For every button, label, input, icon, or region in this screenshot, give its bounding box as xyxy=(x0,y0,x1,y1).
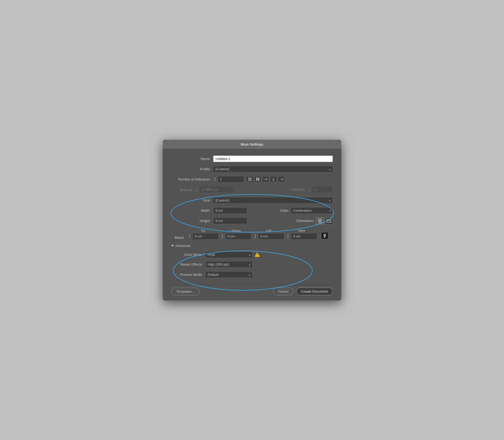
height-input[interactable] xyxy=(213,218,247,224)
svg-rect-2 xyxy=(248,179,250,181)
create-document-button[interactable]: Create Document xyxy=(296,288,333,295)
bleed-left-input[interactable] xyxy=(258,233,284,240)
columns-spinner: ▲ ▼ xyxy=(307,186,333,193)
bleed-top-up[interactable]: ▲ xyxy=(188,234,191,236)
arrange-right-to-left-button[interactable] xyxy=(262,176,269,182)
profile-select-wrapper: [Custom] Print Web Mobile ⦤ xyxy=(213,166,333,172)
svg-rect-5 xyxy=(258,178,259,181)
arrange-grid-by-col-button[interactable] xyxy=(254,176,261,182)
height-orientation-row: Height: Orientation: xyxy=(171,218,333,224)
svg-rect-3 xyxy=(250,179,251,181)
artboards-spinner: ▲ ▼ xyxy=(213,176,244,183)
svg-rect-11 xyxy=(319,220,321,221)
advanced-content: Color Mode: RGB CMYK Grayscale ⦤ ! xyxy=(171,251,333,278)
preview-mode-label: Preview Mode: xyxy=(171,273,205,277)
dialog-body: Name: Profile: [Custom] Print Web Mobile… xyxy=(163,149,341,284)
advanced-label: Advanced xyxy=(175,244,191,248)
name-input[interactable] xyxy=(213,156,333,162)
bleed-right-col: Right ▲ ▼ xyxy=(286,229,317,240)
svg-text:!: ! xyxy=(257,253,258,256)
svg-rect-0 xyxy=(248,178,250,179)
bleed-right-up[interactable]: ▲ xyxy=(286,234,290,236)
bleed-top-arrows[interactable]: ▲ ▼ xyxy=(188,234,191,239)
svg-rect-15 xyxy=(329,220,330,221)
landscape-button[interactable] xyxy=(325,218,333,224)
bleed-left-down[interactable]: ▼ xyxy=(254,236,257,239)
raster-effects-select[interactable]: High (300 ppi) Medium (150 ppi) Low (72 … xyxy=(205,261,253,268)
orientation-group xyxy=(316,218,333,224)
bleed-top-col: Top ▲ ▼ xyxy=(188,229,219,240)
cancel-button[interactable]: Cancel xyxy=(273,288,293,295)
bleed-right-down[interactable]: ▼ xyxy=(286,236,290,239)
units-select-wrapper: Centimeters Millimeters Inches Pixels Po… xyxy=(291,207,333,214)
columns-up-arrow: ▲ xyxy=(307,187,311,189)
preview-mode-select[interactable]: Default Pixel Overprint xyxy=(205,271,253,278)
artboards-up-arrow[interactable]: ▲ xyxy=(213,177,217,179)
bleed-bottom-up[interactable]: ▲ xyxy=(221,234,224,236)
svg-rect-1 xyxy=(250,178,251,179)
bleed-left-wrap: ▲ ▼ xyxy=(254,233,284,240)
artboards-arrows[interactable]: ▲ ▼ xyxy=(213,177,217,182)
profile-row: Profile: [Custom] Print Web Mobile ⦤ xyxy=(171,166,333,172)
columns-label: Columns: xyxy=(286,188,307,191)
profile-label: Profile: xyxy=(171,167,213,171)
width-input[interactable] xyxy=(213,207,247,214)
bleed-bottom-down[interactable]: ▼ xyxy=(221,236,224,239)
preview-mode-row: Preview Mode: Default Pixel Overprint ⦤ xyxy=(171,271,333,278)
bleed-top-wrap: ▲ ▼ xyxy=(188,233,219,240)
name-row: Name: xyxy=(171,156,333,162)
orientation-label: Orientation: xyxy=(290,219,316,223)
name-label: Name: xyxy=(171,157,213,161)
bleed-bottom-arrows[interactable]: ▲ ▼ xyxy=(221,234,224,239)
spacing-down-arrow: ▼ xyxy=(195,189,198,192)
artboards-down-arrow[interactable]: ▼ xyxy=(213,179,217,182)
dialog-titlebar: More Settings xyxy=(163,140,341,149)
bleed-bottom-label: Bottom xyxy=(232,229,241,232)
arrange-bottom-button[interactable] xyxy=(270,176,277,182)
svg-rect-14 xyxy=(327,220,329,221)
size-select-wrapper: [Custom] Letter A4 ⦤ xyxy=(213,197,333,204)
bleed-link-button[interactable] xyxy=(321,232,328,239)
bleed-bottom-input[interactable] xyxy=(225,233,251,240)
raster-effects-row: Raster Effects: High (300 ppi) Medium (1… xyxy=(171,261,333,268)
artboard-arrangement-buttons xyxy=(246,176,285,182)
raster-effects-label: Raster Effects: xyxy=(171,262,205,266)
templates-button[interactable]: Templates... xyxy=(171,288,200,295)
size-select[interactable]: [Custom] Letter A4 xyxy=(213,197,333,204)
more-settings-dialog: More Settings Name: Profile: [Custom] Pr… xyxy=(163,140,341,301)
profile-select[interactable]: [Custom] Print Web Mobile xyxy=(213,166,333,172)
bleed-left-arrows[interactable]: ▲ ▼ xyxy=(254,234,257,239)
preview-mode-select-wrapper: Default Pixel Overprint ⦤ xyxy=(205,271,253,278)
color-mode-row: Color Mode: RGB CMYK Grayscale ⦤ ! xyxy=(171,251,333,258)
artboards-label: Number of Artboards: xyxy=(171,177,213,181)
spacing-input xyxy=(199,186,233,193)
bleed-bottom-col: Bottom ▲ ▼ xyxy=(221,229,251,240)
height-label: Height: xyxy=(171,219,213,223)
bleed-left-up[interactable]: ▲ xyxy=(254,234,257,236)
bleed-bottom-wrap: ▲ ▼ xyxy=(221,233,251,240)
bleed-section: Bleed: Top ▲ ▼ Bottom ▲ xyxy=(171,229,333,240)
advanced-toggle[interactable]: Advanced xyxy=(171,244,333,248)
advanced-collapse-icon xyxy=(171,245,174,247)
units-select[interactable]: Centimeters Millimeters Inches Pixels Po… xyxy=(291,207,333,214)
bleed-label-col: Bleed: xyxy=(171,231,187,240)
raster-effects-select-wrapper: High (300 ppi) Medium (150 ppi) Low (72 … xyxy=(205,261,253,268)
color-mode-warning-icon: ! xyxy=(255,252,260,257)
arrange-grid-by-row-button[interactable] xyxy=(246,176,253,182)
bleed-right-arrows[interactable]: ▲ ▼ xyxy=(286,234,290,239)
arrange-after-button[interactable] xyxy=(278,176,285,182)
bleed-left-label: Left xyxy=(266,229,271,232)
color-mode-select[interactable]: RGB CMYK Grayscale xyxy=(205,251,253,258)
bleed-top-label: Top xyxy=(201,229,206,232)
columns-arrows: ▲ ▼ xyxy=(307,187,311,192)
bleed-top-input[interactable] xyxy=(192,233,219,240)
bleed-right-input[interactable] xyxy=(291,233,317,240)
spacing-arrows: ▲ ▼ xyxy=(195,187,198,192)
bleed-top-down[interactable]: ▼ xyxy=(188,236,191,239)
portrait-button[interactable] xyxy=(316,218,324,224)
width-units-row: Width: Units: Centimeters Millimeters In… xyxy=(171,207,333,214)
artboards-input[interactable] xyxy=(218,176,244,183)
artboards-row: Number of Artboards: ▲ ▼ xyxy=(171,176,333,183)
footer-right-buttons: Cancel Create Document xyxy=(273,288,333,295)
svg-rect-18 xyxy=(324,236,325,237)
